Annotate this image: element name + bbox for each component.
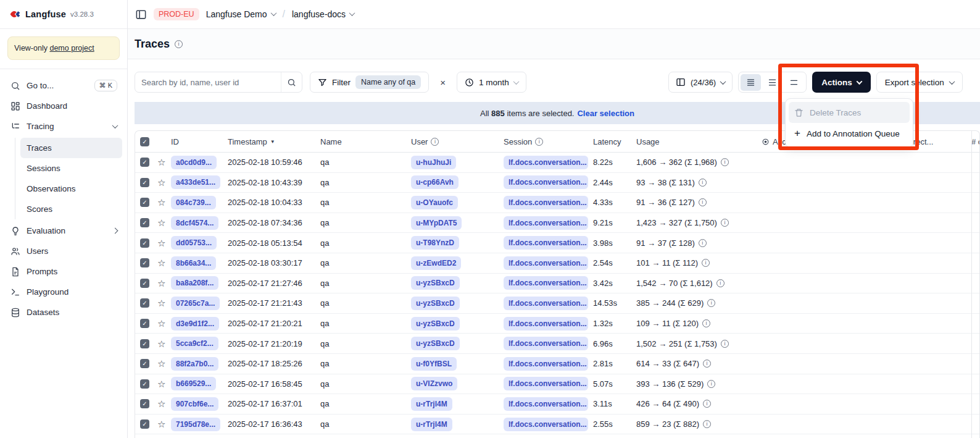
sidebar-item-users[interactable]: Users	[5, 241, 122, 261]
user-badge[interactable]: u-MYpDAT5	[411, 216, 462, 230]
table-row[interactable]: ✓ ☆ 8dcf4574... 2025-02-18 07:34:36 qa u…	[135, 213, 979, 234]
session-badge[interactable]: lf.docs.conversation...	[504, 317, 588, 331]
sidebar-item-dashboard[interactable]: Dashboard	[5, 96, 122, 116]
usage-info-icon[interactable]: i	[707, 380, 715, 388]
favorite-star-icon[interactable]: ☆	[157, 258, 165, 267]
row-checkbox[interactable]: ✓	[140, 339, 149, 348]
favorite-star-icon[interactable]: ☆	[157, 359, 165, 368]
session-badge[interactable]: lf.docs.conversation...	[504, 276, 588, 290]
row-checkbox[interactable]: ✓	[140, 218, 149, 227]
table-row[interactable]: ✓ ☆ a0cd0d9... 2025-02-18 10:59:46 qa u-…	[135, 153, 979, 173]
row-checkbox[interactable]: ✓	[140, 319, 149, 328]
row-height-medium-button[interactable]	[762, 74, 783, 91]
page-info-icon[interactable]: i	[175, 40, 183, 48]
clear-selection-link[interactable]: Clear selection	[577, 109, 634, 118]
header-name[interactable]: Name	[315, 137, 406, 146]
trace-id-badge[interactable]: a0cd0d9...	[171, 156, 217, 169]
session-badge[interactable]: lf.docs.conversation...	[504, 357, 588, 371]
session-badge[interactable]: lf.docs.conversation...	[504, 236, 588, 250]
demo-project-link[interactable]: demo project	[49, 44, 94, 53]
usage-info-icon[interactable]: i	[699, 239, 707, 247]
usage-info-icon[interactable]: i	[721, 219, 729, 227]
favorite-star-icon[interactable]: ☆	[157, 419, 165, 429]
export-selection-button[interactable]: Export selection	[876, 72, 963, 93]
row-checkbox[interactable]: ✓	[140, 419, 149, 429]
usage-info-icon[interactable]: i	[703, 360, 711, 368]
sidebar-item-playground[interactable]: Playground	[5, 282, 122, 302]
usage-info-icon[interactable]: i	[703, 420, 711, 428]
user-badge[interactable]: u-rTrjl4M	[411, 397, 452, 411]
session-badge[interactable]: lf.docs.conversation...	[504, 156, 588, 169]
header-usage[interactable]: Usage	[631, 137, 762, 146]
session-badge[interactable]: lf.docs.conversation...	[504, 337, 588, 350]
favorite-star-icon[interactable]: ☆	[157, 379, 165, 389]
trace-id-badge[interactable]: 8dcf4574...	[171, 216, 218, 230]
trace-id-badge[interactable]: 7195d78e...	[171, 418, 220, 431]
usage-info-icon[interactable]: i	[702, 319, 710, 327]
header-timestamp[interactable]: Timestamp▼	[223, 137, 315, 146]
user-badge[interactable]: u-rTrjl4M	[411, 418, 452, 431]
favorite-star-icon[interactable]: ☆	[157, 158, 165, 167]
favorite-star-icon[interactable]: ☆	[157, 238, 165, 248]
sidebar-item-observations[interactable]: Observations	[20, 179, 122, 199]
sidebar-item-prompts[interactable]: Prompts	[5, 261, 122, 282]
project-selector[interactable]: langfuse-docs	[292, 9, 354, 19]
user-badge[interactable]: u-cp66Avh	[411, 175, 459, 189]
usage-info-icon[interactable]: i	[703, 400, 711, 408]
user-badge[interactable]: u-huJhuJi	[411, 156, 456, 169]
search-icon[interactable]	[281, 72, 302, 92]
header-latency[interactable]: Latency	[588, 137, 631, 146]
row-checkbox[interactable]: ✓	[140, 279, 149, 288]
org-selector[interactable]: Langfuse Demo	[206, 9, 276, 19]
user-badge[interactable]: u-yzSBxcD	[411, 317, 460, 331]
favorite-star-icon[interactable]: ☆	[157, 399, 165, 408]
usage-info-icon[interactable]: i	[699, 198, 707, 206]
header-session[interactable]: Sessioni	[499, 137, 588, 146]
table-row[interactable]: ✓ ☆ 8b66a34... 2025-02-18 03:30:17 qa u-…	[135, 253, 979, 274]
trace-id-badge[interactable]: 88f2a7b0...	[171, 357, 218, 371]
trace-id-badge[interactable]: dd05753...	[171, 236, 217, 250]
row-checkbox[interactable]: ✓	[140, 178, 149, 187]
user-badge[interactable]: u-yzSBxcD	[411, 297, 460, 310]
user-badge[interactable]: u-yzSBxcD	[411, 337, 460, 350]
header-id[interactable]: ID	[166, 137, 223, 146]
table-row[interactable]: ✓ ☆ ba8a208f... 2025-02-17 21:27:46 qa u…	[135, 274, 979, 294]
trace-id-badge[interactable]: 907cbf6e...	[171, 397, 218, 411]
session-badge[interactable]: lf.docs.conversation...	[504, 418, 588, 431]
favorite-star-icon[interactable]: ☆	[157, 319, 165, 328]
trace-id-badge[interactable]: 5cca9cf2...	[171, 337, 218, 350]
row-checkbox[interactable]: ✓	[140, 359, 149, 368]
sidebar-item-datasets[interactable]: Datasets	[5, 302, 122, 322]
user-badge[interactable]: u-OYauofc	[411, 196, 458, 209]
search-input[interactable]	[135, 78, 281, 87]
trace-id-badge[interactable]: 084c739...	[171, 196, 216, 209]
session-badge[interactable]: lf.docs.conversation...	[504, 216, 588, 230]
usage-info-icon[interactable]: i	[699, 179, 707, 187]
row-checkbox[interactable]: ✓	[140, 298, 149, 308]
columns-button[interactable]: (24/36)	[668, 72, 733, 93]
usage-info-icon[interactable]: i	[707, 299, 715, 307]
sidebar-item-sessions[interactable]: Sessions	[20, 158, 122, 179]
menu-item-delete-traces[interactable]: Delete Traces	[789, 102, 910, 123]
session-badge[interactable]: lf.docs.conversation...	[504, 196, 588, 209]
table-row[interactable]: ✓ ☆ dd05753... 2025-02-18 05:13:54 qa u-…	[135, 233, 979, 253]
favorite-star-icon[interactable]: ☆	[157, 279, 165, 288]
favorite-star-icon[interactable]: ☆	[157, 218, 165, 227]
row-height-large-button[interactable]	[784, 74, 804, 91]
usage-info-icon[interactable]: i	[716, 279, 725, 287]
favorite-star-icon[interactable]: ☆	[157, 198, 165, 207]
user-badge[interactable]: u-f0YfBSL	[411, 357, 457, 371]
sidebar-toggle-icon[interactable]	[135, 9, 147, 20]
session-badge[interactable]: lf.docs.conversation...	[504, 397, 588, 411]
filter-chip[interactable]: Name any of qa	[355, 75, 421, 89]
sidebar-item-evaluation[interactable]: Evaluation	[5, 221, 122, 241]
user-info-icon[interactable]: i	[431, 138, 439, 146]
table-row[interactable]: ✓ ☆ 7195d78e... 2025-02-17 16:36:43 qa u…	[135, 415, 979, 435]
session-badge[interactable]: lf.docs.conversation...	[504, 175, 588, 189]
trace-id-badge[interactable]: ba8a208f...	[171, 276, 218, 290]
user-badge[interactable]: u-yzSBxcD	[411, 276, 460, 290]
table-row[interactable]: ✓ ☆ a433de51... 2025-02-18 10:43:39 qa u…	[135, 173, 979, 193]
table-row[interactable]: ✓ ☆ d3e9d1f2... 2025-02-17 21:20:21 qa u…	[135, 314, 979, 334]
favorite-star-icon[interactable]: ☆	[157, 339, 165, 348]
trace-id-badge[interactable]: d3e9d1f2...	[171, 317, 219, 331]
